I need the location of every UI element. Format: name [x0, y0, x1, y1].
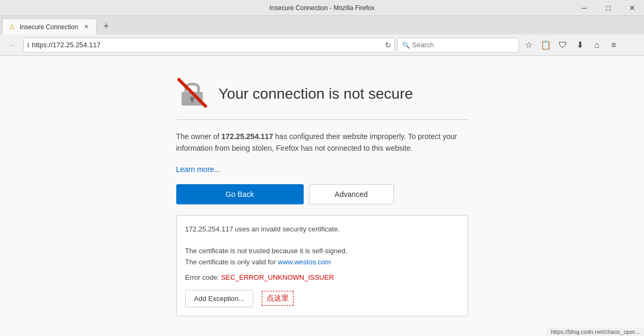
error-detail-line1: 172.25.254.117 uses an invalid security …	[185, 224, 459, 235]
window-controls[interactable]: ─ □ ✕	[572, 0, 644, 16]
learn-more-link[interactable]: Learn more...	[176, 165, 468, 174]
tab-close-button[interactable]: ✕	[81, 22, 91, 32]
back-button[interactable]: ←	[4, 37, 21, 54]
advanced-button[interactable]: Advanced	[309, 184, 394, 204]
title-bar: Insecure Connection - Mozilla Firefox ─ …	[0, 0, 644, 16]
minimize-button[interactable]: ─	[572, 0, 596, 16]
error-code-container: Error code: SEC_ERROR_UNKNOWN_ISSUER	[185, 273, 459, 281]
tab-favicon: ⚠	[8, 23, 16, 31]
tab-bar: ⚠ Insecure Connection ✕ +	[0, 16, 644, 35]
window-title: Insecure Connection - Mozilla Firefox	[269, 4, 374, 12]
error-detail-line3-prefix: The certificate is only valid for	[185, 258, 278, 266]
error-title: Your connection is not secure	[219, 85, 413, 102]
error-ip: 172.25.254.117	[221, 132, 273, 141]
add-exception-row: Add Exception... 点这里	[185, 290, 459, 307]
info-icon: ℹ	[27, 41, 30, 49]
reload-button[interactable]: ↻	[385, 41, 391, 49]
error-body: The owner of 172.25.254.117 has configur…	[176, 131, 468, 154]
error-details-text: 172.25.254.117 uses an invalid security …	[185, 224, 459, 268]
search-input[interactable]	[412, 41, 502, 49]
tab-title: Insecure Connection	[20, 23, 78, 31]
active-tab[interactable]: ⚠ Insecure Connection ✕	[2, 19, 97, 35]
address-bar-container: ℹ ↻	[23, 38, 395, 53]
go-back-button[interactable]: Go Back	[176, 184, 304, 204]
error-code-value: SEC_ERROR_UNKNOWN_ISSUER	[221, 273, 333, 281]
bookmark-button[interactable]: ☆	[521, 38, 536, 53]
lock-icon-wrapper	[176, 77, 208, 111]
error-container: Your connection is not secure The owner …	[176, 77, 468, 316]
home-button[interactable]: ⌂	[589, 38, 604, 53]
shield-button[interactable]: 🛡	[555, 38, 570, 53]
error-details-box: 172.25.254.117 uses an invalid security …	[176, 215, 468, 316]
insecure-lock-icon	[176, 77, 208, 109]
error-code-prefix: Error code:	[185, 273, 221, 281]
address-bar-input[interactable]	[32, 41, 383, 49]
error-header: Your connection is not secure	[176, 77, 468, 120]
save-button[interactable]: 📋	[538, 38, 553, 53]
buttons-row: Go Back Advanced	[176, 184, 468, 204]
error-detail-line3: The certificate is only valid for www.we…	[185, 257, 459, 268]
svg-rect-2	[191, 99, 193, 102]
error-detail-line2: The certificate is not trusted because i…	[185, 246, 459, 257]
chinese-link[interactable]: 点这里	[262, 291, 294, 306]
navigation-bar: ← ℹ ↻ 🔍 ☆ 📋 🛡 ⬇ ⌂ ≡	[0, 35, 644, 56]
error-body-prefix: The owner of	[176, 132, 222, 141]
download-button[interactable]: ⬇	[572, 38, 587, 53]
search-icon: 🔍	[402, 41, 410, 49]
close-button[interactable]: ✕	[620, 0, 644, 16]
cert-domain-link[interactable]: www.westos.com	[278, 258, 331, 266]
main-content: Your connection is not secure The owner …	[0, 56, 644, 325]
search-bar: 🔍	[397, 38, 519, 53]
status-bar: https://blog.csdn.net/chaos_oper...	[546, 328, 644, 336]
status-url: https://blog.csdn.net/chaos_oper...	[551, 329, 640, 335]
maximize-button[interactable]: □	[596, 0, 620, 16]
new-tab-button[interactable]: +	[99, 19, 114, 33]
add-exception-button[interactable]: Add Exception...	[185, 290, 254, 307]
menu-button[interactable]: ≡	[606, 38, 621, 53]
